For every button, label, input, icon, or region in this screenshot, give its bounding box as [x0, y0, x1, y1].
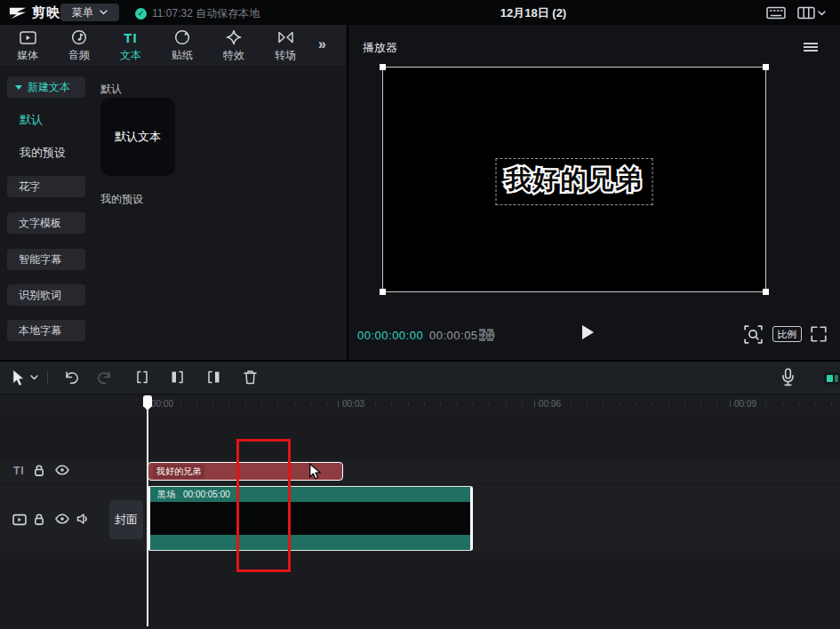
sidebar-group-new-text[interactable]: 新建文本	[7, 76, 85, 98]
audio-icon	[71, 29, 87, 45]
preview-focus-icon[interactable]	[744, 325, 763, 344]
media-icon	[20, 29, 36, 45]
sidebar-item-local-captions[interactable]: 本地字幕	[7, 320, 85, 341]
sidebar-item-default[interactable]: 默认	[20, 112, 82, 128]
video-preview[interactable]: 我好的兄弟	[382, 67, 766, 292]
capcut-logo-icon	[9, 6, 27, 20]
tabs-more-chevron[interactable]: »	[318, 36, 326, 52]
sidebar-item-fancy-text[interactable]: 花字	[7, 176, 85, 197]
asset-tabbar: 媒体 音频 TI 文本 贴纸 特效	[0, 25, 346, 68]
redo-icon[interactable]	[96, 369, 114, 386]
top-bar: 剪映 菜单 ✓ 11:07:32 自动保存本地 12月18日 (2)	[0, 0, 840, 25]
sticker-icon	[174, 29, 190, 45]
playhead-handle[interactable]	[143, 395, 152, 407]
play-button[interactable]	[582, 325, 594, 339]
app-logo: 剪映	[9, 4, 60, 21]
select-tool-caret-icon[interactable]	[30, 375, 38, 380]
timeline-panel: 00:00 00:03 00:06 00:09 TI	[0, 360, 840, 629]
layout-caret-icon[interactable]	[818, 11, 826, 16]
effects-icon	[226, 29, 242, 45]
autosave-status: ✓ 11:07:32 自动保存本地	[135, 6, 260, 21]
autosave-text: 11:07:32 自动保存本地	[152, 6, 260, 21]
project-title: 12月18日 (2)	[462, 5, 604, 21]
video-clip-footer	[150, 535, 470, 550]
ruler-label: 00:09	[730, 399, 756, 409]
mouse-cursor	[308, 463, 323, 481]
sidebar-item-lyrics-recognition[interactable]: 识别歌词	[7, 284, 85, 306]
undo-icon[interactable]	[62, 369, 80, 386]
player-panel: 播放器 我好的兄弟 00:00:00:00 00:00:05:00 比例	[347, 25, 840, 360]
tab-text[interactable]: TI 文本	[105, 25, 156, 68]
tab-sticker[interactable]: 贴纸	[156, 25, 208, 68]
playhead-line[interactable]	[147, 395, 148, 626]
text-clip-label: 我好的兄弟	[153, 465, 204, 479]
tab-transition[interactable]: 转场	[260, 25, 311, 68]
preview-text-selection[interactable]: 我好的兄弟	[496, 158, 653, 205]
lock-icon[interactable]	[33, 513, 45, 526]
default-text-card[interactable]: 默认文本	[100, 98, 175, 176]
app-name: 剪映	[32, 4, 60, 21]
select-tool-icon[interactable]	[11, 369, 27, 387]
tab-audio[interactable]: 音频	[53, 25, 105, 68]
tab-effects[interactable]: 特效	[208, 25, 260, 68]
fullscreen-icon[interactable]	[810, 325, 828, 343]
eye-icon[interactable]	[55, 514, 69, 524]
ruler-label: 00:03	[338, 399, 364, 409]
layout-panels-icon[interactable]	[797, 6, 815, 20]
video-track-icon	[12, 514, 27, 526]
ratio-button[interactable]: 比例	[772, 326, 802, 342]
delete-left-icon[interactable]	[169, 369, 187, 386]
preview-text: 我好的兄弟	[506, 165, 644, 194]
timeline-edge-toggle[interactable]	[824, 372, 840, 385]
video-clip-body	[150, 502, 470, 535]
chevron-down-icon	[100, 10, 108, 15]
sidebar-item-my-presets[interactable]: 我的预设	[20, 145, 82, 161]
transition-icon	[277, 29, 294, 45]
speaker-icon[interactable]	[76, 513, 90, 525]
cover-button[interactable]: 封面	[109, 500, 143, 539]
sidebar-item-auto-captions[interactable]: 智能字幕	[7, 249, 85, 270]
player-menu-icon[interactable]	[804, 43, 818, 52]
caret-down-icon	[15, 85, 22, 90]
text-icon: TI	[124, 29, 137, 45]
split-icon[interactable]	[133, 369, 151, 386]
sidebar-item-text-template[interactable]: 文字模板	[7, 212, 85, 234]
toggle-block2-icon	[835, 375, 838, 382]
preview-handle-br[interactable]	[763, 289, 769, 295]
ruler-label: 00:00	[151, 399, 173, 409]
shortcuts-keyboard-icon[interactable]	[766, 6, 786, 20]
video-clip[interactable]: 黑场 00:00:05:00	[148, 486, 473, 551]
video-clip-name: 黑场	[157, 489, 175, 501]
section-label-default: 默认	[100, 82, 122, 97]
asset-panel: 媒体 音频 TI 文本 贴纸 特效	[0, 25, 346, 360]
current-timecode: 00:00:00:00	[357, 329, 423, 342]
preview-handle-tr[interactable]	[763, 64, 769, 70]
text-track-lane	[0, 460, 840, 483]
autosave-check-icon: ✓	[135, 8, 147, 20]
timeline-toolbar	[0, 362, 840, 394]
text-track-type-label: TI	[13, 465, 25, 477]
preview-handle-tl[interactable]	[380, 64, 386, 70]
section-label-my-presets: 我的预设	[100, 192, 143, 207]
app-window: 剪映 菜单 ✓ 11:07:32 自动保存本地 12月18日 (2)	[0, 0, 840, 629]
tab-media[interactable]: 媒体	[2, 25, 53, 68]
toolbar-divider	[47, 371, 48, 385]
quality-grid-icon[interactable]	[477, 327, 495, 343]
delete-right-icon[interactable]	[204, 369, 222, 386]
video-clip-header: 黑场 00:00:05:00	[150, 487, 470, 502]
timeline-ruler[interactable]: 00:00 00:03 00:06 00:09	[0, 395, 840, 415]
player-title: 播放器	[363, 40, 397, 56]
menu-button[interactable]: 菜单	[60, 4, 119, 21]
ruler-label: 00:06	[534, 399, 561, 409]
eye-icon[interactable]	[55, 465, 69, 475]
lock-icon[interactable]	[33, 464, 45, 477]
video-clip-duration: 00:00:05:00	[183, 490, 230, 499]
toggle-block-icon	[827, 375, 833, 382]
preview-handle-bl[interactable]	[380, 289, 386, 295]
trash-icon[interactable]	[242, 369, 259, 386]
record-voiceover-icon[interactable]	[780, 368, 796, 388]
